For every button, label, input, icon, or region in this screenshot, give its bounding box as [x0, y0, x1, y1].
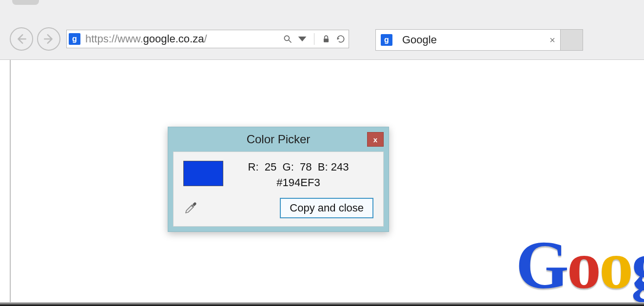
search-icon[interactable]: [283, 34, 293, 44]
color-info-row: R: 25 G: 78 B: 243 #194EF3: [183, 161, 373, 189]
b-value: 243: [331, 161, 349, 173]
dialog-close-button[interactable]: x: [367, 132, 384, 147]
g-label: G:: [283, 161, 294, 173]
url-protocol: https://: [85, 33, 117, 45]
back-button[interactable]: [10, 27, 33, 51]
address-url: https://www.google.co.za/: [85, 33, 283, 45]
b-label: B:: [318, 161, 328, 173]
tab-favicon-letter: g: [384, 36, 389, 44]
arrow-right-icon: [42, 33, 55, 45]
address-bar-icons: [283, 33, 346, 45]
new-tab-button[interactable]: [561, 29, 583, 51]
bottom-shadow: [0, 302, 644, 306]
url-suffix: /: [204, 33, 207, 45]
color-values: R: 25 G: 78 B: 243 #194EF3: [223, 161, 373, 189]
arrow-left-icon: [15, 33, 28, 45]
copy-and-close-button[interactable]: Copy and close: [280, 198, 373, 218]
dialog-title: Color Picker: [247, 133, 311, 146]
favicon-letter: g: [72, 35, 77, 43]
close-icon: x: [373, 135, 377, 144]
svg-point-0: [284, 36, 289, 40]
refresh-icon[interactable]: [336, 34, 346, 44]
logo-letter-2: o: [567, 227, 599, 303]
tab-strip: g Google ×: [375, 29, 583, 53]
logo-letter-3: o: [599, 227, 631, 303]
rgb-line: R: 25 G: 78 B: 243: [223, 161, 373, 173]
window-drag-handle: [12, 0, 39, 5]
color-swatch: [183, 161, 223, 186]
browser-toolbar: g https://www.google.co.za/ g Google ×: [0, 0, 644, 60]
hex-value: #194EF3: [223, 176, 373, 189]
r-label: R:: [248, 161, 259, 173]
google-logo: Goog: [516, 226, 644, 304]
svg-rect-2: [324, 38, 329, 42]
logo-letter-4: g: [631, 227, 644, 303]
logo-letter-1: G: [516, 227, 567, 303]
g-value: 78: [300, 161, 312, 173]
dialog-body: R: 25 G: 78 B: 243 #194EF3 Copy and clos…: [173, 152, 384, 227]
tab-title: Google: [402, 34, 545, 46]
url-prefix: www.: [117, 33, 143, 45]
tab-favicon: g: [381, 34, 392, 46]
eyedropper-icon[interactable]: [183, 201, 198, 215]
url-host: google.co.za: [143, 33, 204, 45]
action-row: Copy and close: [183, 198, 373, 218]
color-picker-dialog: Color Picker x R: 25 G: 78 B: 243 #194EF…: [168, 127, 389, 232]
dropdown-icon[interactable]: [297, 34, 307, 44]
address-divider: [314, 33, 314, 45]
dialog-titlebar[interactable]: Color Picker x: [168, 127, 389, 152]
lock-icon: [321, 34, 331, 44]
browser-tab[interactable]: g Google ×: [375, 29, 561, 51]
r-value: 25: [265, 161, 276, 173]
svg-line-1: [289, 40, 292, 43]
address-favicon: g: [69, 33, 80, 45]
navigation-row: g https://www.google.co.za/: [10, 27, 349, 51]
forward-button[interactable]: [37, 27, 60, 51]
address-bar[interactable]: g https://www.google.co.za/: [66, 30, 349, 48]
tab-close-button[interactable]: ×: [549, 35, 555, 46]
